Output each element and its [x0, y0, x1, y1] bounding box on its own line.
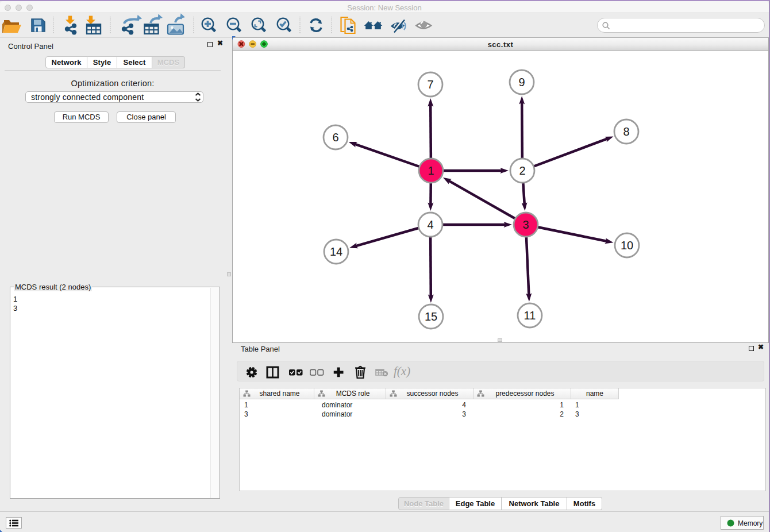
svg-text:7: 7: [427, 78, 433, 91]
svg-text:6: 6: [332, 131, 338, 144]
svg-text:11: 11: [524, 309, 536, 322]
svg-text:10: 10: [621, 239, 633, 252]
svg-text:15: 15: [425, 310, 437, 323]
svg-text:4: 4: [427, 218, 433, 231]
svg-text:1: 1: [428, 164, 434, 177]
svg-text:14: 14: [330, 245, 342, 258]
svg-text:8: 8: [623, 125, 629, 138]
svg-text:9: 9: [518, 76, 525, 88]
svg-text:3: 3: [522, 218, 529, 231]
svg-text:2: 2: [519, 164, 525, 177]
